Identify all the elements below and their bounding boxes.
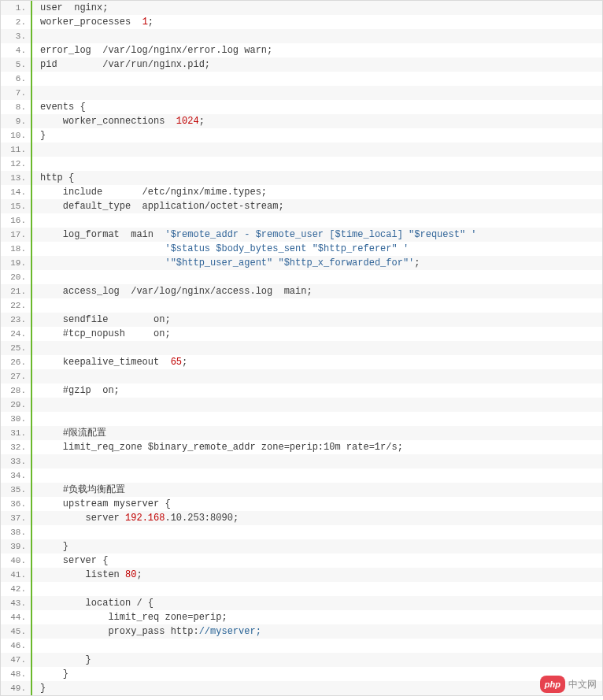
code-line[interactable] [32,341,602,355]
line-number: 34. [1,469,32,483]
code-line[interactable] [32,412,602,426]
code-line[interactable]: error_log /var/log/nginx/error.log warn; [32,43,602,57]
code-line[interactable]: proxy_pass http://myserver; [32,624,602,639]
line-number: 18. [1,242,32,256]
code-row: 49.} [1,681,602,695]
code-line[interactable] [32,213,602,228]
line-number: 24. [1,327,32,341]
code-line[interactable]: server { [32,554,602,568]
watermark-text: 中文网 [568,677,597,691]
code-line[interactable]: worker_connections 1024; [32,114,602,128]
line-number: 8. [1,100,32,114]
line-number: 43. [1,596,32,610]
watermark-pill: php [540,676,565,693]
code-token [40,243,165,254]
code-token: #负载均衡配置 [40,484,125,495]
code-row: 23. sendfile on; [1,313,602,327]
code-line[interactable]: #负载均衡配置 [32,483,602,497]
code-line[interactable] [32,72,602,86]
line-number: 35. [1,483,32,497]
code-row: 26. keepalive_timeout 65; [1,355,602,369]
code-line[interactable]: } [32,128,602,143]
code-line[interactable]: access_log /var/log/nginx/access.log mai… [32,284,602,298]
code-line[interactable] [32,639,602,653]
code-row: 46. [1,639,602,653]
code-row: 3. [1,29,602,43]
code-line[interactable]: #tcp_nopush on; [32,327,602,341]
code-token: '"$http_user_agent" "$http_x_forwarded_f… [165,257,414,269]
code-line[interactable]: http { [32,171,602,185]
code-line[interactable] [32,86,602,100]
line-number: 40. [1,554,32,568]
line-number: 22. [1,298,32,313]
line-number: 32. [1,440,32,454]
code-row: 16. [1,213,602,228]
code-line[interactable] [32,157,602,171]
code-line[interactable] [32,398,602,412]
line-number: 31. [1,426,32,440]
code-row: 10.} [1,128,602,143]
code-line[interactable] [32,454,602,469]
code-line[interactable]: limit_req zone=perip; [32,610,602,624]
code-token: ; [182,357,187,368]
code-row: 6. [1,72,602,86]
watermark: php 中文网 [540,676,597,693]
line-number: 11. [1,143,32,157]
code-row: 14. include /etc/nginx/mime.types; [1,185,602,199]
code-line[interactable]: } [32,653,602,667]
code-row: 15. default_type application/octet-strea… [1,199,602,213]
code-line[interactable]: } [32,667,602,681]
code-token: 80 [125,569,136,580]
code-line[interactable]: '$status $body_bytes_sent "$http_referer… [32,242,602,256]
code-line[interactable]: pid /var/run/nginx.pid; [32,57,602,72]
code-token: log_format main [40,229,165,240]
code-line[interactable]: } [32,539,602,554]
code-line[interactable] [32,143,602,157]
code-line[interactable] [32,369,602,383]
code-line[interactable] [32,525,602,539]
code-line[interactable]: limit_req_zone $binary_remote_addr zone=… [32,440,602,454]
code-line[interactable]: location / { [32,596,602,610]
code-line[interactable]: log_format main '$remote_addr - $remote_… [32,228,602,242]
code-line[interactable]: #gzip on; [32,383,602,398]
code-line[interactable]: } [32,681,602,695]
code-token: error_log /var/log/nginx/error.log warn; [40,45,272,56]
code-row: 31. #限流配置 [1,426,602,440]
code-line[interactable]: default_type application/octet-stream; [32,199,602,213]
code-row: 35. #负载均衡配置 [1,483,602,497]
line-number: 42. [1,582,32,596]
code-token: access_log /var/log/nginx/access.log mai… [40,286,313,297]
code-line[interactable] [32,582,602,596]
code-line[interactable]: worker_processes 1; [32,15,602,29]
code-row: 38. [1,525,602,539]
code-token: user nginx; [40,2,108,13]
code-line[interactable] [32,298,602,313]
code-token: http { [40,172,74,183]
code-token: .10.253:8090 [165,513,232,524]
code-line[interactable]: server 192.168.10.253:8090; [32,511,602,525]
code-line[interactable]: events { [32,100,602,114]
code-row: 4.error_log /var/log/nginx/error.log war… [1,43,602,57]
code-line[interactable]: '"$http_user_agent" "$http_x_forwarded_f… [32,256,602,270]
code-line[interactable]: user nginx; [32,1,602,15]
code-line[interactable] [32,469,602,483]
code-token: events { [40,102,86,113]
code-line[interactable]: #限流配置 [32,426,602,440]
code-line[interactable] [32,270,602,284]
code-token: location / { [40,598,154,609]
code-line[interactable] [32,29,602,43]
code-token: #tcp_nopush on; [40,328,171,339]
code-token: #gzip on; [40,385,120,396]
code-line[interactable]: upstream myserver { [32,497,602,511]
code-line[interactable]: listen 80; [32,568,602,582]
line-number: 48. [1,667,32,681]
code-line[interactable]: include /etc/nginx/mime.types; [32,185,602,199]
code-line[interactable]: sendfile on; [32,313,602,327]
code-line[interactable]: keepalive_timeout 65; [32,355,602,369]
code-token: #限流配置 [40,428,106,439]
code-token [40,257,165,269]
code-token: } [40,130,46,141]
line-number: 38. [1,525,32,539]
line-number: 46. [1,639,32,653]
line-number: 9. [1,114,32,128]
